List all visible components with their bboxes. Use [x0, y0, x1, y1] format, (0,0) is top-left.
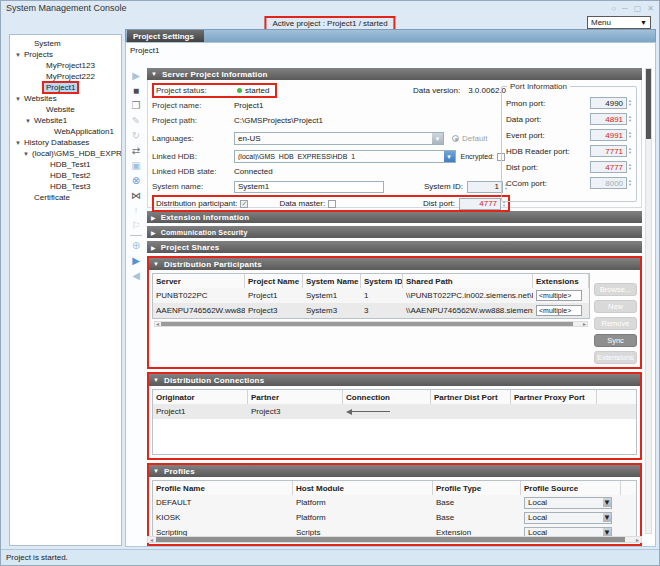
tree-item--local-gms-hdb-express[interactable]: ▼(local)\GMS_HDB_EXPRESS — [10, 148, 121, 159]
table-row[interactable]: DEFAULTPlatformBaseLocal▼ — [153, 495, 636, 510]
start-project-icon[interactable]: ▶ — [128, 68, 144, 83]
scroll-left-arrow-icon[interactable]: ◄ — [155, 321, 160, 327]
port-information-title: Port Information — [507, 82, 570, 91]
column-header: Server — [153, 274, 245, 288]
section-header-extension-information[interactable]: ▶ Extension Information — [147, 211, 642, 223]
section-header-communication-security[interactable]: ▶ Communication Security — [147, 226, 642, 238]
section-header-server-project-information[interactable]: ▼ Server Project Information — [147, 68, 642, 80]
port-value: 4990 — [590, 97, 627, 109]
tree-item-webapplication1[interactable]: WebApplication1 — [10, 126, 121, 137]
default-language-radio[interactable] — [452, 135, 459, 142]
data-master-checkbox[interactable] — [328, 200, 336, 208]
horizontal-scrollbar[interactable]: ◄ ► — [147, 536, 642, 543]
column-header: Partner Proxy Port — [511, 390, 597, 404]
collapse-triangle-icon: ▼ — [153, 468, 159, 474]
distribution-participant-label: Distribution participant: — [156, 199, 237, 208]
sync-button[interactable]: Sync — [594, 334, 637, 347]
scrollbar-thumb[interactable] — [156, 537, 625, 542]
extensions-value: <multiple> — [537, 307, 581, 314]
extensions-dropdown[interactable]: <multiple> — [536, 290, 582, 301]
scrollbar-thumb[interactable] — [161, 322, 573, 326]
port-label: CCom port: — [506, 179, 590, 188]
previous-icon[interactable]: ◀ — [128, 268, 144, 283]
section-header-distribution-connections[interactable]: ▼ Distribution Connections — [149, 374, 640, 386]
tree-item-label: System — [32, 39, 63, 48]
languages-dropdown[interactable]: en-US ▼ — [234, 132, 444, 145]
scroll-left-arrow-icon[interactable]: ◄ — [149, 537, 154, 543]
cancel-icon[interactable]: ⊗ — [128, 173, 144, 188]
tree-item-hdb-test3[interactable]: HDB_Test3 — [10, 181, 121, 192]
table-cell: <multiple> — [533, 288, 589, 303]
next-icon[interactable]: ▶ — [128, 253, 144, 268]
upgrade-icon[interactable]: ↑ — [128, 203, 144, 218]
section-header-profiles[interactable]: ▼ Profiles — [149, 465, 640, 477]
project-status-label: Project status: — [156, 86, 236, 95]
tree-item-websites[interactable]: ▼Websites — [10, 93, 121, 104]
tree-expand-icon[interactable]: ▼ — [22, 151, 30, 157]
close-button[interactable]: ✕ — [647, 4, 654, 13]
tree-item-system[interactable]: System — [10, 38, 121, 49]
menu-dropdown[interactable]: Menu ▼ — [587, 16, 651, 29]
profile-source-dropdown[interactable]: Local▼ — [524, 512, 612, 524]
section-header-project-shares[interactable]: ▶ Project Shares — [147, 241, 642, 253]
tree-item-label: MyProject222 — [44, 72, 97, 81]
tree-item-website[interactable]: Website — [10, 104, 121, 115]
new-project-icon[interactable]: ❐ — [128, 98, 144, 113]
edit-project-icon[interactable]: ✎ — [128, 113, 144, 128]
extensions-button[interactable]: Extensions — [594, 351, 637, 364]
save-icon[interactable]: ▣ — [128, 158, 144, 173]
maximize-button[interactable]: ▢ — [634, 4, 642, 13]
minimize-button[interactable]: ─ — [622, 4, 628, 13]
profile-source-dropdown[interactable]: Local▼ — [524, 497, 612, 509]
spinner-arrows-icon[interactable]: ▲▼ — [628, 147, 632, 155]
tree-item-website1[interactable]: ▼Website1 — [10, 115, 121, 126]
section-header-distribution-participants[interactable]: ▼ Distribution Participants — [149, 258, 640, 270]
table-row[interactable]: AAENPU746562W.ww888Project3System33\\AAE… — [153, 303, 589, 318]
scroll-right-arrow-icon[interactable]: ► — [635, 537, 640, 543]
distribution-participant-checkbox[interactable]: ✓ — [240, 200, 248, 208]
tree-item-certificate[interactable]: Certificate — [10, 192, 121, 203]
spinner-arrows-icon[interactable]: ▲▼ — [628, 131, 632, 139]
spinner-arrows-icon[interactable]: ▲▼ — [628, 99, 632, 107]
tree-item-hdb-test1[interactable]: HDB_Test1 — [10, 159, 121, 170]
tree-item-hdb-test2[interactable]: HDB_Test2 — [10, 170, 121, 181]
tree-item-project1[interactable]: Project1 — [10, 82, 121, 93]
table-row[interactable]: Project1Project3 — [153, 404, 636, 419]
vertical-scrollbar[interactable] — [645, 68, 652, 534]
spinner-arrows-icon[interactable]: ▲▼ — [628, 115, 632, 123]
tree-item-label: (local)\GMS_HDB_EXPRESS — [30, 149, 122, 158]
participants-horizontal-scrollbar[interactable]: ◄ ► — [154, 321, 588, 327]
tree-expand-icon[interactable]: ▼ — [24, 118, 32, 124]
tree-expand-icon[interactable]: ▼ — [14, 52, 22, 58]
scrollbar-thumb[interactable] — [646, 69, 651, 139]
tree-expand-icon[interactable]: ▼ — [14, 96, 22, 102]
unlink-hdb-icon[interactable]: ⋈ — [128, 188, 144, 203]
collapse-triangle-icon: ▼ — [151, 71, 157, 77]
spinner-arrows-icon[interactable]: ▲▼ — [628, 179, 632, 187]
system-name-label: System name: — [152, 182, 234, 191]
tree-expand-icon[interactable]: ▼ — [14, 140, 22, 146]
compare-icon[interactable]: ⇄ — [128, 143, 144, 158]
browse--button[interactable]: Browse... — [594, 283, 637, 296]
system-name-input[interactable]: System1 — [234, 181, 384, 193]
pin-icon[interactable]: ⚐ — [128, 218, 144, 233]
tree-item-myproject222[interactable]: MyProject222 — [10, 71, 121, 82]
scroll-right-arrow-icon[interactable]: ► — [582, 321, 587, 327]
tree-item-projects[interactable]: ▼Projects — [10, 49, 121, 60]
table-row[interactable]: KIOSKPlatformBaseLocal▼ — [153, 510, 636, 525]
extensions-dropdown[interactable]: <multiple> — [536, 305, 582, 316]
remove-button[interactable]: Remove — [594, 317, 637, 330]
port-value: 4891 — [590, 113, 627, 125]
tree-item-history-databases[interactable]: ▼History Databases — [10, 137, 121, 148]
distribution-connections-highlight: ▼ Distribution Connections OriginatorPar… — [147, 372, 642, 460]
add-icon[interactable]: ⊕ — [128, 238, 144, 253]
table-row[interactable]: PUNBT022PCProject1System11\\PUNBT022PC.i… — [153, 288, 589, 303]
spinner-arrows-icon[interactable]: ▲▼ — [628, 163, 632, 171]
settings-content: ▼ Server Project Information Project sta… — [147, 68, 642, 534]
new-button[interactable]: New — [594, 300, 637, 313]
restore-icon[interactable]: ↻ — [128, 128, 144, 143]
tree-item-myproject123[interactable]: MyProject123 — [10, 60, 121, 71]
main-panel: Project Settings Project1 ▶■❐✎↻⇄▣⊗⋈↑⚐⊕▶◀… — [125, 29, 656, 547]
stop-project-icon[interactable]: ■ — [128, 83, 144, 98]
linked-hdb-dropdown[interactable]: (local)\GMS_HDB_EXPRESS\HDB_1 ▼ — [234, 150, 456, 163]
